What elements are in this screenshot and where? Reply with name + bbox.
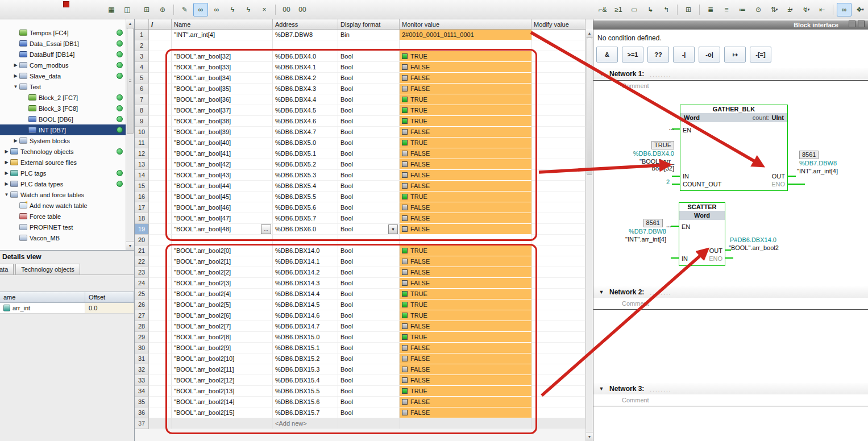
row-number[interactable]: 12 bbox=[135, 148, 149, 159]
modify-value-cell[interactable] bbox=[531, 159, 585, 170]
monitor-value-cell[interactable]: FALSE bbox=[400, 159, 531, 170]
monitor-value-cell[interactable]: FALSE bbox=[400, 84, 531, 94]
comment-icon[interactable]: ⊙ bbox=[751, 3, 766, 16]
name-cell[interactable]: "BOOL".arr_bool[37] bbox=[172, 105, 273, 116]
in-operand-address[interactable]: %DB7.DBW8 bbox=[604, 228, 666, 235]
monitor-value-cell[interactable]: TRUE bbox=[400, 138, 531, 148]
address-cell[interactable]: %DB6.DBX5.3 bbox=[273, 170, 338, 181]
modify-value-cell[interactable] bbox=[531, 343, 585, 353]
modify-value-cell[interactable] bbox=[531, 30, 585, 40]
name-cell[interactable]: "BOOL".arr_bool[39] bbox=[172, 127, 273, 138]
monitor-once-icon[interactable]: ✎ bbox=[177, 3, 192, 16]
block-interface-bar[interactable]: Block interface bbox=[593, 20, 868, 30]
modify-value-cell[interactable] bbox=[531, 51, 585, 62]
insert-row-icon[interactable]: ⊞ bbox=[139, 3, 154, 16]
pin-in[interactable]: IN bbox=[682, 255, 688, 262]
pin-en[interactable]: EN bbox=[683, 127, 691, 134]
monitor-value-cell[interactable]: FALSE bbox=[400, 397, 531, 407]
monitor-value-cell[interactable]: TRUE bbox=[400, 105, 531, 116]
tree-item-data-essai-db1-[interactable]: Data_Essai [DB1] bbox=[0, 38, 134, 49]
col-name[interactable]: Name bbox=[172, 19, 273, 29]
expand-arrow-icon[interactable]: ▶ bbox=[13, 138, 19, 143]
modify-value-cell[interactable] bbox=[531, 289, 585, 299]
favorite-assignment-button[interactable]: -| bbox=[673, 47, 695, 63]
modify-value-cell[interactable] bbox=[531, 407, 585, 418]
scroll-up-icon[interactable]: ▲ bbox=[586, 29, 593, 38]
favorite-or-box-button[interactable]: >=1 bbox=[622, 47, 643, 63]
collapse-networks-icon[interactable]: ≡ bbox=[719, 3, 734, 16]
pin-in[interactable]: IN bbox=[683, 173, 689, 180]
monitor-value-cell[interactable]: FALSE bbox=[400, 321, 531, 332]
modify-value-cell[interactable] bbox=[531, 332, 585, 343]
name-cell[interactable]: "BOOL".arr_bool2[14] bbox=[172, 397, 273, 407]
block-template-type[interactable]: Word bbox=[684, 114, 700, 121]
modify-value-cell[interactable] bbox=[531, 299, 585, 310]
format-dropdown-icon[interactable]: ▼ bbox=[388, 224, 398, 234]
name-cell[interactable]: "BOOL".arr_bool2[8] bbox=[172, 332, 273, 343]
in-operand-address[interactable]: %DB6.DBX4.0 bbox=[610, 150, 674, 157]
out-operand-name[interactable]: "INT".arr_int[4] bbox=[797, 168, 838, 174]
operand-select-button[interactable]: … bbox=[261, 224, 271, 234]
col-display-format[interactable]: Display format bbox=[338, 19, 400, 29]
monitor-value-cell[interactable]: FALSE bbox=[400, 170, 531, 181]
scroll-down-icon[interactable]: ▼ bbox=[586, 432, 593, 441]
expand-arrow-icon[interactable]: ▶ bbox=[3, 149, 10, 154]
out-operand-name[interactable]: "BOOL".arr_bool2 bbox=[729, 244, 779, 251]
monitor-value-cell[interactable]: FALSE bbox=[400, 62, 531, 73]
row-number[interactable]: 35 bbox=[135, 397, 149, 407]
tree-item-system-blocks[interactable]: ▶System blocks bbox=[0, 135, 134, 146]
modify-value-cell[interactable] bbox=[531, 310, 585, 321]
details-col-name[interactable]: ame bbox=[0, 292, 85, 302]
name-cell[interactable]: "BOOL".arr_bool[44] bbox=[172, 181, 273, 192]
address-cell[interactable]: <Add new> bbox=[273, 418, 338, 429]
modify-value-cell[interactable] bbox=[531, 397, 585, 407]
row-number[interactable]: 17 bbox=[135, 202, 149, 213]
tree-item-force-table[interactable]: Force table bbox=[0, 211, 134, 222]
address-cell[interactable]: %DB6.DBX14.2 bbox=[273, 267, 338, 278]
address-cell[interactable]: %DB6.DBX14.5 bbox=[273, 299, 338, 310]
name-cell[interactable] bbox=[172, 235, 273, 246]
tab-data[interactable]: ata bbox=[0, 264, 14, 274]
pin-count-out[interactable]: COUNT_OUT bbox=[683, 181, 721, 188]
modify-value-cell[interactable] bbox=[531, 84, 585, 94]
row-number[interactable]: 29 bbox=[135, 332, 149, 343]
modify-value-cell[interactable] bbox=[531, 235, 585, 246]
name-cell[interactable]: "BOOL".arr_bool[34] bbox=[172, 73, 273, 84]
name-cell[interactable]: "BOOL".arr_bool2[2] bbox=[172, 267, 273, 278]
row-number[interactable]: 28 bbox=[135, 321, 149, 332]
address-cell[interactable]: %DB6.DBX15.0 bbox=[273, 332, 338, 343]
display-format-cell[interactable]: Bool bbox=[338, 159, 400, 170]
scatter-box[interactable]: SCATTER Word EN IN OUT ENO bbox=[679, 202, 725, 266]
display-format-cell[interactable] bbox=[338, 418, 400, 429]
monitor-value-cell[interactable]: FALSE bbox=[400, 407, 531, 418]
modify-value-cell[interactable] bbox=[531, 267, 585, 278]
monitoring-onoff-icon[interactable]: ∞ bbox=[837, 3, 852, 16]
display-format-cell[interactable]: Bool bbox=[338, 407, 400, 418]
display-format-cell[interactable]: Bool bbox=[338, 51, 400, 62]
name-cell[interactable]: "BOOL".arr_bool2[5] bbox=[172, 299, 273, 310]
modify-value-cell[interactable] bbox=[531, 256, 585, 267]
monitor-value-cell[interactable]: FALSE bbox=[400, 375, 531, 386]
monitor-all-icon[interactable]: ∞ bbox=[193, 3, 208, 16]
row-number[interactable]: 36 bbox=[135, 407, 149, 418]
monitor-value-cell[interactable]: FALSE bbox=[400, 364, 531, 375]
display-format-cell[interactable]: Bool bbox=[338, 181, 400, 192]
display-format-cell[interactable]: Bool bbox=[338, 138, 400, 148]
insert-or-box-icon[interactable]: ≥1 bbox=[611, 3, 626, 16]
display-format-cell[interactable]: Bool bbox=[338, 256, 400, 267]
modify-value-cell[interactable] bbox=[531, 127, 585, 138]
address-cell[interactable]: %DB7.DBW8 bbox=[273, 30, 338, 40]
name-cell[interactable]: "BOOL".arr_bool[33] bbox=[172, 62, 273, 73]
favorite-compare-button[interactable]: -[=] bbox=[750, 47, 771, 63]
modify-value-cell[interactable] bbox=[531, 202, 585, 213]
name-cell[interactable]: "BOOL".arr_bool[36] bbox=[172, 94, 273, 105]
monitor-value-cell[interactable]: TRUE bbox=[400, 289, 531, 299]
address-cell[interactable]: %DB6.DBX4.7 bbox=[273, 127, 338, 138]
network-1-comment[interactable]: Comment bbox=[622, 82, 649, 89]
tree-item-profinet-test[interactable]: PROFINET test bbox=[0, 222, 134, 232]
address-cell[interactable]: %DB6.DBX15.3 bbox=[273, 364, 338, 375]
tab-technology-objects[interactable]: Technology objects bbox=[15, 264, 80, 274]
address-cell[interactable]: %DB6.DBX5.0 bbox=[273, 138, 338, 148]
operand-info-icon[interactable]: ⇅▾ bbox=[767, 3, 782, 16]
display-format-cell[interactable]: Bool bbox=[338, 299, 400, 310]
